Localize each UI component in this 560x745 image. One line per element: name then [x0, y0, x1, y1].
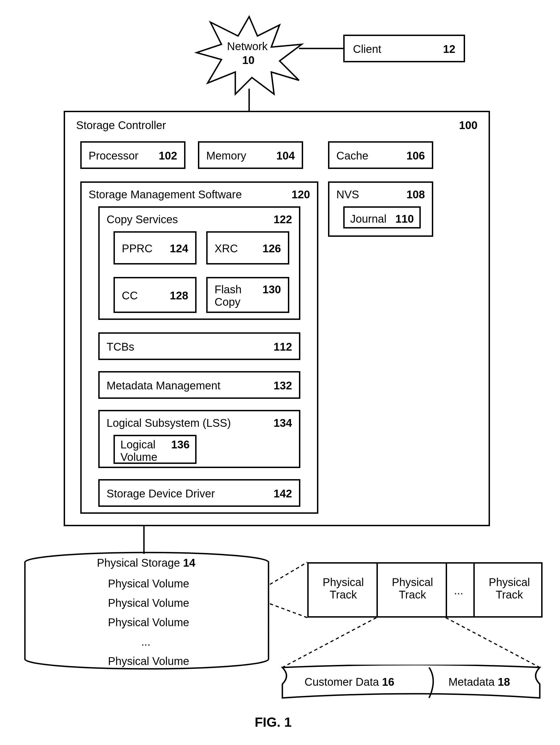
track-ellipsis: ...: [446, 562, 474, 618]
driver-num: 142: [274, 487, 292, 500]
pv-2: Physical Volume: [108, 597, 189, 609]
memory-num: 104: [276, 150, 295, 162]
pv-1: Physical Volume: [108, 578, 189, 590]
cc-num: 128: [170, 289, 188, 302]
lv-num: 136: [171, 439, 189, 451]
cache-num: 106: [406, 150, 425, 162]
sms-label: Storage Management Software: [89, 188, 242, 201]
pv-ellipsis: ...: [141, 636, 150, 648]
lss-label: Logical Subsystem (LSS): [107, 417, 231, 429]
xrc-label: XRC: [214, 242, 238, 255]
physical-storage-label: Physical Storage 14: [97, 557, 196, 569]
cache-label: Cache: [336, 150, 369, 162]
flash-copy-label: Flash Copy: [214, 283, 245, 308]
svg-line-8: [446, 618, 540, 668]
metadata-num: 132: [274, 380, 292, 392]
pv-4: Physical Volume: [108, 655, 189, 668]
pprc-box: PPRC 124: [113, 231, 197, 264]
track-2: Physical Track: [377, 562, 446, 618]
nvs-num: 108: [406, 188, 425, 201]
copy-services-num: 122: [274, 213, 292, 226]
metadata-box: Metadata Management 132: [98, 371, 300, 399]
cache-box: Cache 106: [328, 141, 433, 169]
processor-box: Processor 102: [80, 141, 185, 169]
memory-label: Memory: [206, 150, 246, 162]
copy-services-label: Copy Services: [107, 213, 178, 226]
track-ellipsis-label: ...: [454, 584, 463, 597]
journal-box: Journal 110: [343, 206, 421, 228]
flash-copy-box: Flash Copy 130: [206, 277, 289, 313]
cc-box: CC 128: [113, 277, 197, 313]
svg-line-6: [270, 604, 307, 618]
sms-box: Storage Management Software 120 Copy Ser…: [80, 182, 318, 514]
track-2-label: Physical Track: [389, 576, 436, 601]
metadata-label: Metadata Management: [107, 380, 220, 392]
lv-box: Logical Volume 136: [113, 435, 197, 464]
client-num: 12: [443, 43, 456, 55]
journal-label: Journal: [350, 213, 386, 225]
nvs-box: NVS 108 Journal 110: [328, 182, 433, 237]
network-label: Network: [227, 40, 268, 53]
network-num: 10: [242, 54, 255, 66]
track-3-label: Physical Track: [486, 576, 533, 601]
tcbs-label: TCBs: [107, 341, 134, 353]
storage-controller-box: Storage Controller 100 Processor 102 Mem…: [64, 111, 490, 526]
pv-3: Physical Volume: [108, 616, 189, 629]
pprc-label: PPRC: [122, 242, 152, 255]
sms-num: 120: [291, 188, 310, 201]
track-1: Physical Track: [307, 562, 377, 618]
figure-caption: FIG. 1: [255, 715, 291, 730]
svg-line-7: [282, 618, 377, 668]
cc-label: CC: [122, 289, 138, 302]
metadata-detail: Metadata 18: [449, 676, 510, 688]
lv-label: Logical Volume: [120, 439, 162, 463]
storage-controller-label: Storage Controller: [76, 119, 166, 132]
track-1-label: Physical Track: [320, 576, 367, 601]
lss-box: Logical Subsystem (LSS) 134 Logical Volu…: [98, 410, 300, 468]
tcbs-num: 112: [274, 341, 292, 353]
tcbs-box: TCBs 112: [98, 332, 300, 360]
xrc-box: XRC 126: [206, 231, 289, 264]
svg-line-5: [270, 562, 307, 584]
lss-num: 134: [274, 417, 292, 429]
memory-box: Memory 104: [198, 141, 303, 169]
nvs-label: NVS: [336, 188, 359, 201]
pprc-num: 124: [170, 242, 188, 255]
physical-storage-cylinder: [22, 551, 271, 673]
client-box: Client 12: [343, 35, 465, 62]
processor-label: Processor: [89, 150, 138, 162]
customer-data: Customer Data 16: [305, 676, 394, 688]
driver-box: Storage Device Driver 142: [98, 479, 300, 507]
processor-num: 102: [159, 150, 177, 162]
storage-controller-num: 100: [459, 119, 478, 132]
track-3: Physical Track: [474, 562, 542, 618]
driver-label: Storage Device Driver: [107, 487, 215, 500]
journal-num: 110: [395, 213, 414, 225]
client-label: Client: [353, 43, 381, 55]
flash-copy-num: 130: [262, 283, 281, 296]
xrc-num: 126: [262, 242, 281, 255]
copy-services-box: Copy Services 122 PPRC 124 XRC 126 CC 12…: [98, 206, 300, 320]
